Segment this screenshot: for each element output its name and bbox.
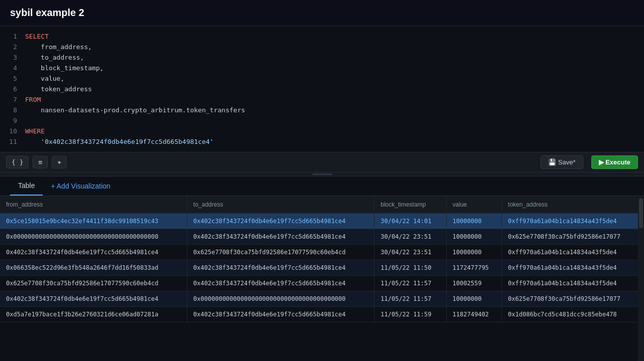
code-block: 1 2 3 4 5 6 7 8 9 10 11 SELECT from_addr…	[0, 26, 644, 152]
table-row: 0x402c38f343724f0db4e6e19f7cc5d665b4981c…	[0, 291, 644, 307]
cell-from-address: 0x625e7708f30ca75bfd92586e17077590c60eb4…	[0, 276, 187, 291]
cell-to-address: 0x402c38f343724f0db4e6e19f7cc5d665b4981c…	[187, 214, 374, 229]
cell-value: 10000000	[446, 291, 501, 307]
col-token-address: token_address	[502, 196, 644, 214]
save-button[interactable]: 💾 Save*	[541, 155, 583, 169]
cell-from-address: 0x402c38f343724f0db4e6e19f7cc5d665b4981c…	[0, 291, 187, 307]
table-header-row: from_address to_address block_timestamp …	[0, 196, 644, 214]
cell-to-address: 0x625e7708f30ca75bfd92586e17077590c60eb4…	[187, 245, 374, 260]
star-button[interactable]: ✶	[52, 156, 67, 168]
cell-from-address: 0x00000000000000000000000000000000000000…	[0, 229, 187, 245]
cell-to-address: 0x402c38f343724f0db4e6e19f7cc5d665b4981c…	[187, 229, 374, 245]
tab-table[interactable]: Table	[10, 176, 43, 196]
table-row: 0x00000000000000000000000000000000000000…	[0, 229, 644, 245]
cell-from-address: 0x5ce158015e9bc4ec32ef4411f38dc99108519c…	[0, 214, 187, 229]
cell-from-address: 0x402c38f343724f0db4e6e19f7cc5d665b4981c…	[0, 245, 187, 260]
table-row: 0xd5a7e197bace1f3b26e2760321d6ce06ad0728…	[0, 307, 644, 322]
cell-from-address: 0xd5a7e197bace1f3b26e2760321d6ce06ad0728…	[0, 307, 187, 322]
cell-value: 1172477795	[446, 260, 501, 276]
table-container[interactable]: from_address to_address block_timestamp …	[0, 196, 644, 361]
cell-block-timestamp: 30/04/22 23:51	[374, 229, 446, 245]
cell-block-timestamp: 11/05/22 11:59	[374, 307, 446, 322]
page-title: sybil example 2	[10, 7, 84, 18]
cell-from-address: 0x066358ec522d96e3fb548a2646f7dd16f50833…	[0, 260, 187, 276]
code-editor[interactable]: SELECT from_address, to_address, block_t…	[25, 31, 644, 147]
col-value: value	[446, 196, 501, 214]
vertical-scrollbar[interactable]	[638, 196, 644, 361]
tabs-bar: Table + Add Visualization	[0, 176, 644, 196]
table-view-button[interactable]: ≡	[33, 156, 48, 168]
cell-block-timestamp: 11/05/22 11:57	[374, 276, 446, 291]
execute-button[interactable]: ▶ Execute	[591, 155, 638, 169]
cell-value: 10000000	[446, 245, 501, 260]
cell-block-timestamp: 11/05/22 11:57	[374, 291, 446, 307]
cell-token-address: 0xff970a61a04b1ca14834a43f5de4	[502, 260, 644, 276]
editor-area: 1 2 3 4 5 6 7 8 9 10 11 SELECT from_addr…	[0, 26, 644, 152]
drag-handle[interactable]	[0, 172, 644, 176]
cell-value: 1182749402	[446, 307, 501, 322]
results-table: from_address to_address block_timestamp …	[0, 196, 644, 322]
cell-token-address: 0x1d086bc7cd5c481dcc9c85ebe478	[502, 307, 644, 322]
cell-token-address: 0x625e7708f30ca75bfd92586e17077	[502, 229, 644, 245]
table-row: 0x066358ec522d96e3fb548a2646f7dd16f50833…	[0, 260, 644, 276]
cell-block-timestamp: 30/04/22 23:51	[374, 245, 446, 260]
cell-token-address: 0xff970a61a04b1ca14834a43f5de4	[502, 245, 644, 260]
cell-value: 10000000	[446, 214, 501, 229]
col-to-address: to_address	[187, 196, 374, 214]
save-icon: 💾	[548, 158, 556, 166]
cell-to-address: 0x00000000000000000000000000000000000000…	[187, 291, 374, 307]
cell-token-address: 0xff970a61a04b1ca14834a43f5de4	[502, 276, 644, 291]
table-row: 0x5ce158015e9bc4ec32ef4411f38dc99108519c…	[0, 214, 644, 229]
line-numbers: 1 2 3 4 5 6 7 8 9 10 11	[0, 31, 25, 147]
cell-to-address: 0x402c38f343724f0db4e6e19f7cc5d665b4981c…	[187, 307, 374, 322]
table-body: 0x5ce158015e9bc4ec32ef4411f38dc99108519c…	[0, 214, 644, 322]
drag-bar	[312, 173, 332, 175]
json-format-button[interactable]: { }	[6, 156, 29, 168]
add-visualization-button[interactable]: + Add Visualization	[47, 177, 114, 195]
cell-block-timestamp: 11/05/22 11:50	[374, 260, 446, 276]
table-row: 0x625e7708f30ca75bfd92586e17077590c60eb4…	[0, 276, 644, 291]
cell-to-address: 0x402c38f343724f0db4e6e19f7cc5d665b4981c…	[187, 276, 374, 291]
cell-token-address: 0x625e7708f30ca75bfd92586e17077	[502, 291, 644, 307]
scrollbar-thumb	[639, 198, 643, 228]
header: sybil example 2	[0, 0, 644, 26]
toolbar: { } ≡ ✶ 💾 Save* ▶ Execute	[0, 152, 644, 172]
cell-value: 10000000	[446, 229, 501, 245]
col-block-timestamp: block_timestamp	[374, 196, 446, 214]
cell-to-address: 0x402c38f343724f0db4e6e19f7cc5d665b4981c…	[187, 260, 374, 276]
cell-value: 10002559	[446, 276, 501, 291]
table-row: 0x402c38f343724f0db4e6e19f7cc5d665b4981c…	[0, 245, 644, 260]
cell-block-timestamp: 30/04/22 14:01	[374, 214, 446, 229]
cell-token-address: 0xff970a61a04b1ca14834a43f5de4	[502, 214, 644, 229]
col-from-address: from_address	[0, 196, 187, 214]
results-area: Table + Add Visualization from_address t…	[0, 176, 644, 361]
